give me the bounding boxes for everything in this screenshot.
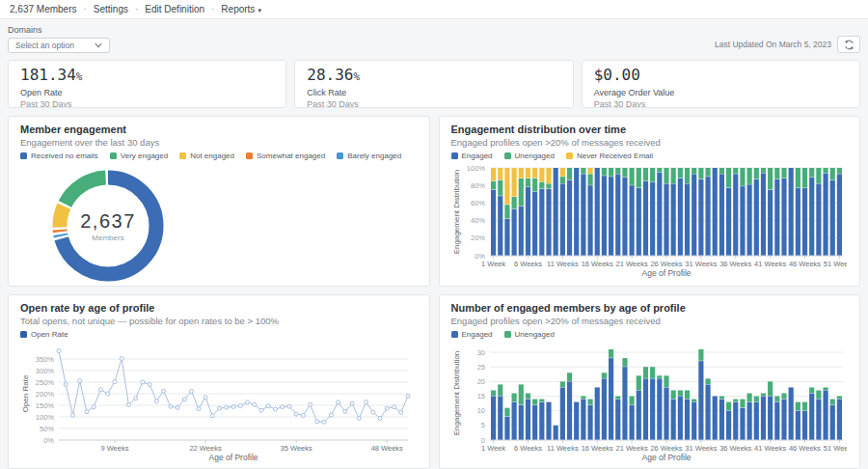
legend-item[interactable]: Somewhat engaged (246, 152, 325, 160)
nav-separator: · (135, 4, 138, 14)
legend-item[interactable]: Engaged (451, 152, 493, 160)
legend-item[interactable]: Never Received Email (566, 152, 653, 160)
kpi-card-click-rate: 28.36% Click Rate Past 30 Days (294, 60, 573, 108)
legend-swatch (504, 331, 511, 338)
svg-text:1 Week: 1 Week (480, 260, 505, 268)
legend-item[interactable]: Not engaged (179, 152, 234, 160)
legend-label: Received no emails (31, 152, 98, 160)
legend-label: Very engaged (121, 152, 168, 160)
panel-subtitle: Engaged profiles open >20% of messages r… (451, 316, 849, 326)
chevron-down-icon (95, 42, 102, 48)
panel-subtitle: Total opens, not unique — possible for o… (20, 316, 418, 326)
svg-text:0%: 0% (43, 436, 54, 445)
donut-chart-canvas (45, 163, 171, 287)
nav-link-settings[interactable]: Settings (94, 4, 128, 14)
nav-separator: · (83, 4, 86, 14)
member-engagement-donut[interactable]: 2,637 Members (45, 163, 171, 287)
domains-filter: Domains Select an option (8, 25, 110, 53)
legend-item[interactable]: Unengaged (504, 330, 555, 339)
svg-text:5: 5 (480, 421, 484, 429)
charts-row-top: Member engagement Engagement over the la… (8, 116, 860, 287)
kpi-value: 181.34% (20, 67, 274, 86)
panel-title: Member engagement (20, 124, 418, 135)
kpi-card-average-order-value: $0.00 Average Order Value Past 30 Days (582, 60, 860, 108)
svg-text:46 Weeks: 46 Weeks (788, 260, 820, 268)
svg-text:9 Weeks: 9 Weeks (100, 444, 128, 453)
caret-down-icon: ▾ (258, 7, 261, 14)
legend-swatch (246, 152, 253, 159)
svg-text:41 Weeks: 41 Weeks (754, 444, 786, 453)
panel-subtitle: Engagement over the last 30 days (20, 137, 418, 148)
kpi-value: $0.00 (594, 67, 848, 86)
legend-label: Never Received Email (577, 152, 653, 160)
legend-swatch (20, 331, 27, 338)
nav-link-edit-definition[interactable]: Edit Definition (145, 4, 204, 14)
svg-text:11 Weeks: 11 Weeks (547, 444, 579, 453)
svg-text:31 Weeks: 31 Weeks (685, 444, 717, 453)
legend-label: Barely engaged (347, 152, 401, 160)
svg-text:26 Weeks: 26 Weeks (650, 444, 682, 453)
panel-title: Number of engaged members by age of prof… (451, 302, 849, 314)
engaged-members-panel: Number of engaged members by age of prof… (439, 294, 861, 469)
legend-item[interactable]: Unengaged (504, 152, 555, 160)
dashboard-page: Domains Select an option Last Updated On… (0, 19, 868, 469)
last-updated-text: Last Updated On March 5, 2023 (715, 40, 831, 49)
top-nav: 2,637 Members · Settings · Edit Definiti… (0, 0, 868, 19)
legend-item[interactable]: Very engaged (110, 152, 168, 160)
svg-text:300%: 300% (36, 367, 55, 375)
kpi-period: Past 30 Days (594, 99, 848, 108)
refresh-icon (844, 40, 854, 50)
svg-text:80%: 80% (470, 181, 484, 190)
legend-swatch (451, 331, 458, 338)
nav-dropdown-reports[interactable]: Reports▾ (221, 4, 261, 14)
svg-text:31 Weeks: 31 Weeks (685, 260, 717, 268)
svg-text:200%: 200% (36, 390, 55, 399)
svg-text:Age of Profile: Age of Profile (208, 453, 258, 462)
legend-swatch (20, 152, 27, 159)
legend-label: Engaged (462, 330, 493, 339)
engagement-distribution-chart[interactable]: 0%20%40%60%80%100%Engagement Distributio… (451, 163, 849, 283)
svg-text:40%: 40% (470, 216, 484, 225)
panel-title: Engagement distribution over time (451, 124, 849, 135)
legend-swatch (566, 152, 573, 159)
svg-text:51 Weeks: 51 Weeks (823, 444, 846, 453)
kpi-period: Past 30 Days (307, 99, 560, 108)
svg-text:60%: 60% (470, 199, 484, 207)
legend-label: Not engaged (190, 152, 234, 160)
svg-text:46 Weeks: 46 Weeks (788, 444, 820, 453)
charts-row-bottom: Open rate by age of profile Total opens,… (8, 294, 860, 469)
legend-item[interactable]: Engaged (451, 330, 493, 339)
engagement-distribution-legend: EngagedUnengagedNever Received Email (451, 152, 849, 160)
engagement-distribution-panel: Engagement distribution over time Engage… (439, 116, 861, 287)
member-engagement-legend: Received no emailsVery engagedNot engage… (20, 152, 418, 160)
legend-swatch (337, 152, 343, 159)
legend-swatch (504, 152, 511, 159)
svg-text:30: 30 (476, 348, 484, 357)
svg-text:6 Weeks: 6 Weeks (513, 260, 541, 268)
kpi-value: 28.36% (307, 67, 560, 86)
members-count: 2,637 Members (10, 4, 76, 14)
svg-text:Engagement Distribution: Engagement Distribution (452, 351, 461, 436)
legend-item[interactable]: Open Rate (20, 330, 68, 339)
svg-text:10: 10 (476, 406, 484, 415)
svg-text:20: 20 (476, 377, 484, 386)
legend-item[interactable]: Barely engaged (337, 152, 401, 160)
svg-text:21 Weeks: 21 Weeks (615, 444, 647, 453)
kpi-label: Open Rate (20, 88, 274, 97)
svg-text:48 Weeks: 48 Weeks (371, 444, 403, 453)
svg-text:350%: 350% (36, 355, 55, 364)
open-rate-chart[interactable]: 0%50%100%150%200%250%300%350%Open RateAg… (20, 342, 418, 467)
domains-select[interactable]: Select an option (8, 38, 110, 53)
legend-swatch (179, 152, 186, 159)
panel-subtitle: Engaged profiles open >20% of messages r… (451, 137, 849, 148)
open-rate-legend: Open Rate (20, 330, 418, 339)
legend-label: Unengaged (515, 152, 555, 160)
svg-text:Age of Profile: Age of Profile (641, 453, 691, 462)
nav-separator: · (211, 4, 214, 14)
kpi-label: Click Rate (307, 88, 560, 97)
engaged-members-legend: EngagedUnengaged (451, 330, 849, 339)
filter-bar: Domains Select an option Last Updated On… (8, 25, 860, 53)
refresh-button[interactable] (837, 36, 860, 53)
legend-item[interactable]: Received no emails (20, 152, 98, 160)
engaged-members-chart[interactable]: 051015202530Engagement DistributionAge o… (451, 342, 849, 467)
